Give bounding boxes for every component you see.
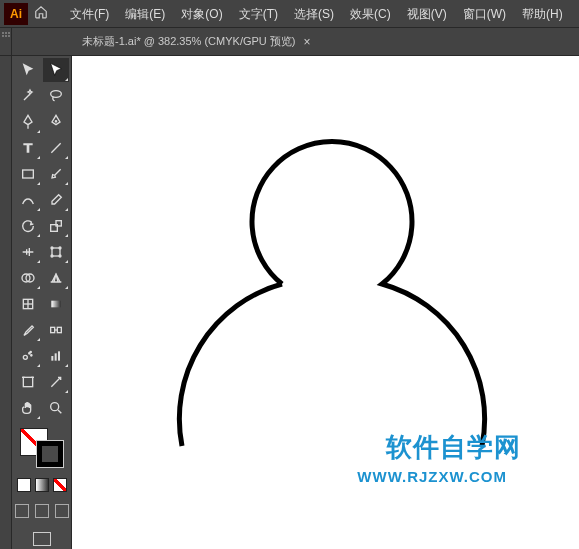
menu-object[interactable]: 对象(O): [173, 0, 230, 28]
svg-rect-27: [23, 377, 32, 386]
menu-effect[interactable]: 效果(C): [342, 0, 399, 28]
zoom-tool[interactable]: [43, 396, 69, 420]
draw-mode-row: [15, 504, 69, 518]
draw-normal[interactable]: [15, 504, 29, 518]
slice-tool[interactable]: [43, 370, 69, 394]
svg-rect-18: [57, 327, 61, 332]
menu-file[interactable]: 文件(F): [62, 0, 117, 28]
document-tab[interactable]: 未标题-1.ai* @ 382.35% (CMYK/GPU 预览) ×: [72, 28, 321, 55]
svg-point-7: [51, 247, 53, 249]
artboard-tool[interactable]: [15, 370, 41, 394]
svg-rect-3: [22, 170, 33, 178]
svg-rect-16: [51, 301, 60, 308]
toolbox-header-spacer: [12, 28, 72, 55]
document-tab-title: 未标题-1.ai* @ 382.35% (CMYK/GPU 预览): [82, 34, 296, 49]
pen-tool[interactable]: [15, 110, 41, 134]
svg-point-8: [59, 247, 61, 249]
mesh-tool[interactable]: [15, 292, 41, 316]
document-tab-bar: 未标题-1.ai* @ 382.35% (CMYK/GPU 预览) ×: [0, 28, 579, 56]
hand-tool[interactable]: [15, 396, 41, 420]
left-gutter: [0, 28, 12, 55]
fill-stroke-swatch[interactable]: [20, 428, 64, 468]
svg-rect-6: [52, 248, 60, 256]
direct-selection-tool[interactable]: [43, 58, 69, 82]
menu-type[interactable]: 文字(T): [231, 0, 286, 28]
close-tab-icon[interactable]: ×: [304, 35, 311, 49]
shaper-tool[interactable]: [15, 188, 41, 212]
svg-rect-17: [50, 327, 54, 332]
menu-help[interactable]: 帮助(H): [514, 0, 571, 28]
rotate-tool[interactable]: [15, 214, 41, 238]
free-transform-tool[interactable]: [43, 240, 69, 264]
app-logo-icon: Ai: [4, 3, 28, 25]
menu-select[interactable]: 选择(S): [286, 0, 342, 28]
blend-tool[interactable]: [43, 318, 69, 342]
svg-point-0: [50, 91, 61, 98]
shape-builder-tool[interactable]: [15, 266, 41, 290]
line-segment-tool[interactable]: [43, 136, 69, 160]
draw-behind[interactable]: [35, 504, 49, 518]
home-icon[interactable]: [34, 5, 48, 23]
watermark-text: 软件自学网: [386, 430, 521, 465]
svg-rect-25: [54, 353, 56, 360]
menu-view[interactable]: 视图(V): [399, 0, 455, 28]
eraser-tool[interactable]: [43, 188, 69, 212]
document-canvas[interactable]: 软件自学网 WWW.RJZXW.COM: [72, 56, 579, 549]
type-tool[interactable]: [15, 136, 41, 160]
selection-tool[interactable]: [15, 58, 41, 82]
svg-point-9: [51, 255, 53, 257]
svg-point-22: [30, 355, 31, 356]
menu-edit[interactable]: 编辑(E): [117, 0, 173, 28]
svg-line-2: [51, 143, 60, 152]
tools-panel: [12, 56, 72, 549]
svg-point-30: [50, 403, 58, 411]
scale-tool[interactable]: [43, 214, 69, 238]
watermark-url: WWW.RJZXW.COM: [357, 468, 507, 485]
color-mode-row: [17, 478, 67, 492]
perspective-grid-tool[interactable]: [43, 266, 69, 290]
curvature-tool[interactable]: [43, 110, 69, 134]
svg-point-1: [55, 121, 56, 122]
svg-point-23: [30, 351, 31, 352]
svg-rect-24: [51, 356, 53, 361]
svg-point-20: [23, 355, 27, 359]
rectangle-tool[interactable]: [15, 162, 41, 186]
gradient-tool[interactable]: [43, 292, 69, 316]
lasso-tool[interactable]: [43, 84, 69, 108]
svg-line-31: [58, 410, 61, 413]
menu-window[interactable]: 窗口(W): [455, 0, 514, 28]
paintbrush-tool[interactable]: [43, 162, 69, 186]
svg-point-10: [59, 255, 61, 257]
panel-gutter: [0, 56, 12, 549]
color-mode-none[interactable]: [53, 478, 67, 492]
screen-mode-button[interactable]: [33, 532, 51, 546]
color-mode-solid[interactable]: [17, 478, 31, 492]
svg-rect-26: [58, 351, 60, 360]
menu-bar: Ai 文件(F) 编辑(E) 对象(O) 文字(T) 选择(S) 效果(C) 视…: [0, 0, 579, 28]
eyedropper-tool[interactable]: [15, 318, 41, 342]
symbol-sprayer-tool[interactable]: [15, 344, 41, 368]
draw-inside[interactable]: [55, 504, 69, 518]
column-graph-tool[interactable]: [43, 344, 69, 368]
width-tool[interactable]: [15, 240, 41, 264]
color-mode-gradient[interactable]: [35, 478, 49, 492]
stroke-color-icon[interactable]: [36, 440, 64, 468]
magic-wand-tool[interactable]: [15, 84, 41, 108]
